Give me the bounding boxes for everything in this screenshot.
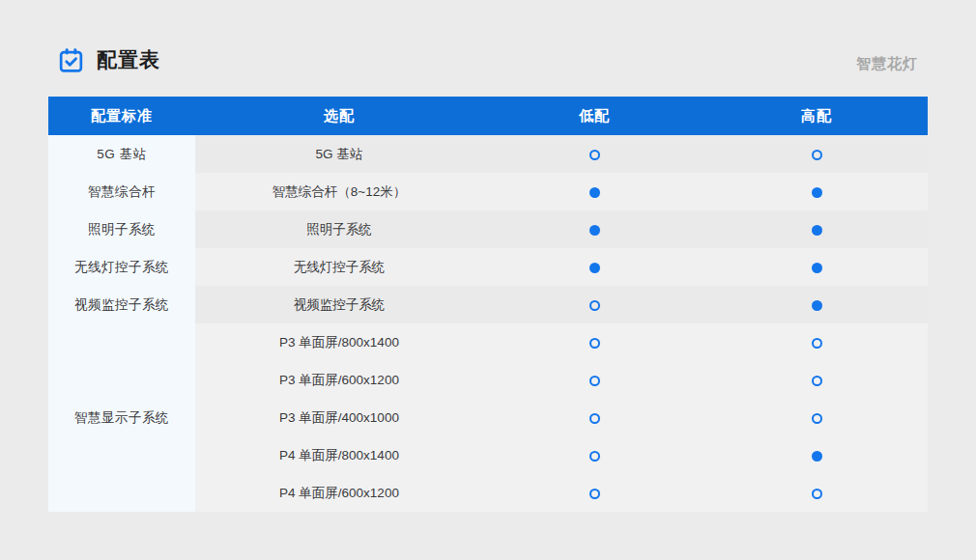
option-cell: 无线灯控子系统 [195,248,483,286]
high-config-cell [705,323,928,361]
table-header-row: 配置标准 选配 低配 高配 [48,97,928,135]
high-config-dot [812,187,822,198]
option-cell: P4 单面屏/800x1400 [195,436,483,474]
low-config-dot [589,150,600,160]
option-cell: 视频监控子系统 [195,286,483,323]
option-cell: P3 单面屏/800x1400 [195,323,483,361]
low-config-cell [483,210,705,248]
high-config-cell [705,173,928,210]
table-row: 5G 基站 5G 基站 [48,135,928,173]
high-config-dot [812,489,822,499]
high-config-dot [812,300,822,311]
column-header-high: 高配 [705,97,928,135]
page-header: 配置表 [58,46,160,73]
high-config-cell [705,135,928,173]
table-row: 视频监控子系统 视频监控子系统 [48,286,928,323]
low-config-cell [483,474,705,512]
high-config-cell [705,399,928,436]
table-row: 智慧显示子系统 P3 单面屏/800x1400 [48,323,928,361]
low-config-cell [483,248,705,286]
category-cell: 照明子系统 [48,210,195,248]
low-config-dot [589,225,600,236]
low-config-cell [483,323,705,361]
option-cell: P3 单面屏/400x1000 [195,399,483,436]
high-config-dot [812,225,822,236]
option-cell: 5G 基站 [195,135,483,173]
page-title: 配置表 [97,46,160,73]
calendar-check-icon [58,47,84,73]
category-cell: 无线灯控子系统 [48,248,195,286]
table-row: 智慧综合杆 智慧综合杆（8~12米） [48,173,928,210]
high-config-cell [705,361,928,399]
high-config-cell [705,210,928,248]
table-row: 无线灯控子系统 无线灯控子系统 [48,248,928,286]
high-config-cell [705,248,928,286]
low-config-cell [483,361,705,399]
watermark-label: 智慧花灯 [856,55,918,73]
category-cell: 视频监控子系统 [48,286,195,323]
low-config-cell [483,399,705,436]
high-config-cell [705,436,928,474]
low-config-dot [589,300,600,311]
high-config-dot [812,263,822,273]
high-config-dot [812,376,822,386]
low-config-dot [589,413,600,424]
low-config-dot [589,451,600,462]
column-header-standard: 配置标准 [48,97,195,135]
low-config-cell [483,436,705,474]
low-config-cell [483,135,705,173]
category-cell: 智慧综合杆 [48,173,195,210]
column-header-option: 选配 [195,97,483,135]
low-config-dot [589,489,600,499]
option-cell: 照明子系统 [195,210,483,248]
high-config-cell [705,286,928,323]
low-config-dot [589,263,600,273]
column-header-low: 低配 [483,97,705,135]
low-config-dot [589,187,600,198]
slide-canvas: 配置表 智慧花灯 配置标准 选配 低配 高配 5G 基站 5G 基站 智慧综合杆 [0,0,976,560]
high-config-dot [812,338,822,349]
low-config-dot [589,338,600,349]
option-cell: P3 单面屏/600x1200 [195,361,483,399]
high-config-dot [812,150,822,160]
option-cell: 智慧综合杆（8~12米） [195,173,483,210]
low-config-dot [589,376,600,386]
category-cell-display-group: 智慧显示子系统 [48,323,195,512]
high-config-dot [812,413,822,424]
low-config-cell [483,286,705,323]
table-row: 照明子系统 照明子系统 [48,210,928,248]
high-config-cell [705,474,928,512]
low-config-cell [483,173,705,210]
category-cell: 5G 基站 [48,135,195,173]
option-cell: P4 单面屏/600x1200 [195,474,483,512]
config-table: 配置标准 选配 低配 高配 5G 基站 5G 基站 智慧综合杆 智慧综合杆（8~… [48,97,928,512]
high-config-dot [812,451,822,462]
